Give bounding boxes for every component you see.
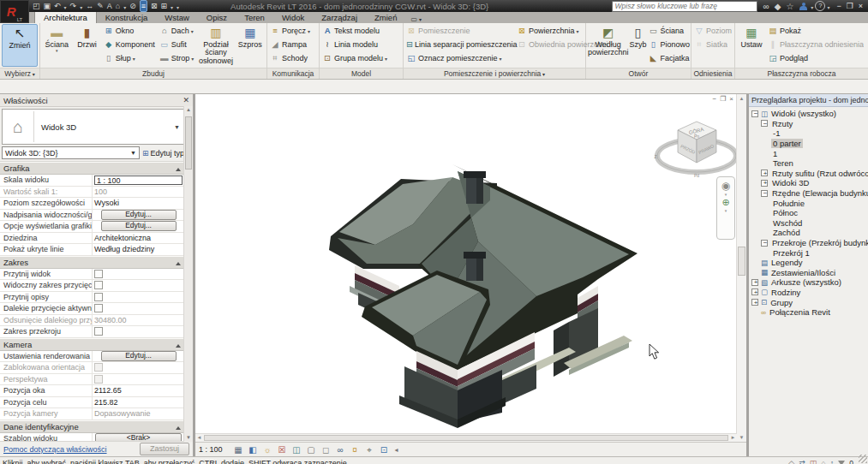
view-scale-button[interactable]: 1 : 100: [199, 445, 223, 454]
prop-row[interactable]: Szablon widoku<Brak>: [0, 433, 184, 442]
instance-filter-combo[interactable]: Widok 3D: {3D} ▼: [2, 146, 140, 159]
tree-item-groups[interactable]: ⊡Grupy: [749, 297, 868, 307]
prop-row[interactable]: Pozycja celu215.82: [0, 397, 184, 409]
undo-icon[interactable]: ↶: [54, 1, 61, 11]
tab-konstrukcja[interactable]: Konstrukcja: [97, 12, 157, 23]
type-selector-caret-icon[interactable]: ▼: [174, 124, 183, 130]
3d-view-caret-icon[interactable]: [123, 2, 126, 11]
shadows-icon[interactable]: ☒: [277, 444, 288, 455]
tree-item-rzuty[interactable]: Rzuty: [749, 119, 868, 129]
exclude-options-icon[interactable]: ⌂: [821, 459, 825, 464]
tab-opisz[interactable]: Opisz: [198, 12, 236, 23]
scroll-down-icon[interactable]: ▼: [737, 433, 746, 442]
reveal-hidden-elements-icon[interactable]: ¤: [350, 444, 361, 455]
panel-label-wybierz[interactable]: Wybierz: [0, 68, 39, 79]
close-button[interactable]: ×: [859, 2, 863, 10]
tab-zmien[interactable]: Zmień: [366, 12, 405, 23]
panel-label-komunikacja[interactable]: Komunikacja: [267, 68, 319, 79]
restore-button[interactable]: ❐: [847, 2, 853, 10]
model-line-button[interactable]: Linia modelu: [321, 38, 390, 51]
viewbar-collapse-icon[interactable]: ◂: [395, 446, 398, 454]
tab-teren[interactable]: Teren: [236, 12, 273, 23]
prop-row[interactable]: Ustawienia renderowaniaEdytuj...: [0, 351, 184, 363]
section-pin-icon[interactable]: [176, 164, 181, 173]
section-icon[interactable]: ⊘: [129, 1, 136, 11]
prop-row[interactable]: Pokaż ukryte linieWedług dziedziny: [0, 244, 184, 256]
panel-label-odniesienia[interactable]: Odniesienia: [691, 68, 734, 79]
panel-label-plaszczyzna[interactable]: Płaszczyzna robocza: [735, 68, 868, 79]
tab-zarzadzaj[interactable]: Zarządzaj: [313, 12, 366, 23]
room-separation-line-button[interactable]: Linia separacji pomieszczenia: [405, 38, 515, 51]
save-icon[interactable]: ▣: [44, 1, 51, 11]
panel-label-zbuduj[interactable]: Zbuduj: [40, 68, 266, 79]
sun-path-icon[interactable]: ☼: [262, 444, 273, 455]
scroll-up-icon[interactable]: ▲: [737, 94, 746, 103]
filter-icon[interactable]: [838, 461, 845, 464]
help-caret-icon[interactable]: [827, 2, 829, 11]
open-icon[interactable]: ◰: [33, 1, 40, 11]
floor-button[interactable]: Strop: [159, 51, 197, 65]
viewcube[interactable]: GÓRA PRZÓD PRAWO Pn W Pd Z: [654, 122, 740, 178]
expand-icon[interactable]: [751, 289, 758, 295]
tag-room-button[interactable]: Oznacz pomieszczenie: [405, 51, 515, 65]
tree-item-elevations[interactable]: Rzędne (Elewacja budynku): [749, 188, 868, 199]
zoom-caret-icon[interactable]: ▾: [725, 208, 727, 213]
viewer-button[interactable]: Podgląd: [767, 51, 866, 65]
visual-style-icon[interactable]: ◧: [248, 444, 259, 455]
shaft-button[interactable]: Szyb: [629, 24, 646, 67]
show-workplane-button[interactable]: Pokaż: [767, 24, 866, 38]
stair-button[interactable]: Schody: [269, 51, 313, 65]
wall-opening-button[interactable]: Ściana: [647, 24, 692, 38]
properties-close-icon[interactable]: ✕: [183, 96, 189, 104]
compass-north-label[interactable]: Pn: [694, 134, 699, 139]
tree-item-revit-links[interactable]: ∞Połączenia Revit: [749, 307, 868, 318]
tree-item-legends[interactable]: ▤Legendy: [749, 258, 868, 268]
tree-item-schedules[interactable]: ▦Zestawienia/Ilości: [749, 268, 868, 278]
section-pin-icon[interactable]: [176, 258, 181, 267]
wall-button[interactable]: Ściana: [42, 24, 71, 67]
close-hidden-windows-icon[interactable]: ⊠: [151, 1, 158, 11]
panel-label-otwor[interactable]: Otwór: [586, 68, 691, 79]
collapse-icon[interactable]: [761, 120, 768, 127]
tab-wstaw[interactable]: Wstaw: [156, 12, 198, 23]
tree-item-plan[interactable]: 1: [749, 148, 868, 158]
selection-box-icon[interactable]: ⊡: [379, 444, 390, 455]
thin-lines-icon[interactable]: ≡: [140, 0, 147, 12]
scroll-thumb[interactable]: [204, 435, 728, 441]
prop-row[interactable]: Przytnij widok: [0, 269, 184, 281]
tree-item-elevation[interactable]: Zachód: [749, 228, 868, 238]
show-rendering-dialog-icon[interactable]: ◫: [291, 444, 302, 455]
text-icon[interactable]: A: [107, 1, 112, 11]
app-menu-button[interactable]: R LT: [0, 0, 29, 23]
checkbox[interactable]: [94, 270, 103, 278]
tree-item-plan-selected[interactable]: 0 parter: [749, 139, 868, 149]
view-template-button[interactable]: <Brak>: [95, 433, 182, 441]
tree-item-elevation[interactable]: Wschód: [749, 218, 868, 229]
editable-only-icon[interactable]: ◫: [810, 459, 817, 464]
apply-button[interactable]: Zastosuj: [140, 443, 189, 455]
view-close-icon[interactable]: ×: [729, 95, 733, 103]
compass-west-label[interactable]: Z: [654, 154, 656, 159]
checkbox[interactable]: [94, 304, 103, 312]
search-icon[interactable]: ∞: [763, 2, 769, 11]
panel-label-model[interactable]: Model: [320, 68, 403, 79]
3d-view-canvas[interactable]: GÓRA PRZÓD PRAWO Pn W Pd Z − ❐ × ◉: [195, 94, 746, 442]
set-workplane-button[interactable]: Ustaw: [737, 24, 766, 67]
ramp-button[interactable]: Rampa: [269, 38, 313, 51]
sign-in-icon[interactable]: [799, 3, 807, 10]
show-crop-region-icon[interactable]: ◻: [320, 444, 332, 455]
curtain-grid-button[interactable]: Podział ściany osłonowej: [197, 24, 234, 67]
scroll-up-icon[interactable]: ▲: [184, 106, 193, 114]
scroll-thumb[interactable]: [738, 247, 745, 276]
scroll-right-icon[interactable]: ►: [729, 434, 737, 442]
edit-button[interactable]: Edytuj...: [101, 221, 177, 231]
3d-house-model[interactable]: GÓRA PRZÓD PRAWO Pn W Pd Z: [195, 94, 746, 442]
tree-item-plan[interactable]: Teren: [749, 158, 868, 169]
steering-wheel-icon[interactable]: ◉: [721, 180, 730, 192]
collapse-icon[interactable]: [761, 240, 768, 247]
checkbox[interactable]: [94, 281, 103, 289]
prop-row[interactable]: Skala widoku1 : 100: [0, 175, 184, 187]
tree-item-views[interactable]: ◫Widoki (wszystko): [749, 109, 868, 119]
minimize-button[interactable]: −: [836, 2, 841, 10]
prop-row[interactable]: Zakres przekroju: [0, 326, 184, 338]
